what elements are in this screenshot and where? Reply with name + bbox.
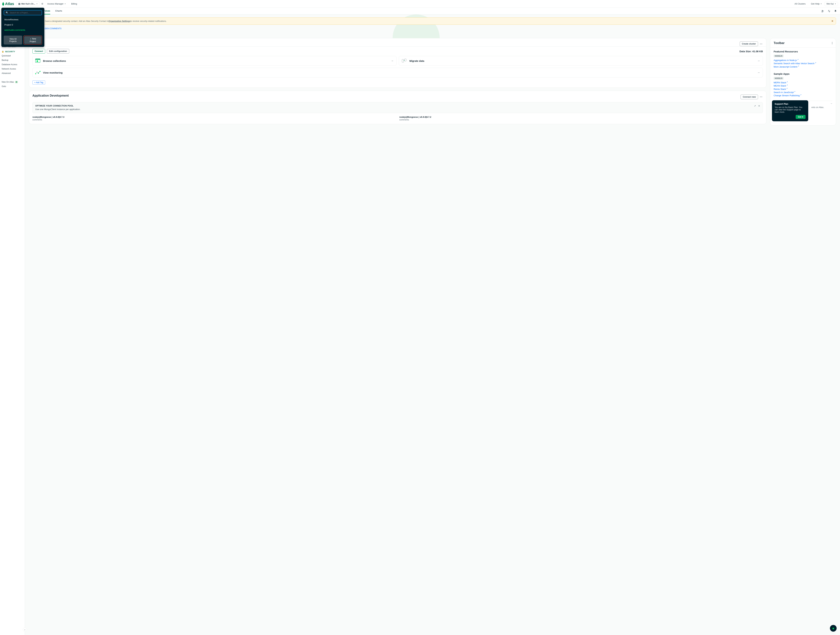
close-icon[interactable]: ✕	[758, 105, 760, 111]
project-item-moviereviews[interactable]: MovieReviews	[4, 17, 42, 22]
external-link-icon[interactable]: ↗	[754, 105, 756, 111]
link-mean[interactable]: MEAN Stack↗	[774, 84, 832, 87]
new-count-badge: 8	[15, 81, 18, 83]
migrate-data-tile[interactable]: Migrate data →	[399, 56, 763, 66]
link-aggregations[interactable]: Aggregations in Node.js↗	[774, 58, 832, 62]
sidebar: O C A S T Migration Data Federation 🔒 SE…	[0, 14, 25, 635]
user-menu[interactable]: Wei Kai ▼	[824, 2, 838, 6]
chat-fab[interactable]: ▣	[830, 625, 837, 632]
support-plan-popover: Support Plan You are on the Basic Plan. …	[772, 100, 808, 121]
link-change-stream[interactable]: Change Stream Publishing↗	[774, 94, 832, 97]
org-selector[interactable]: ▥ Wei Kai's Or... ▼	[16, 2, 39, 6]
topbar: Atlas ▥ Wei Kai's Or... ▼ ⚙ Access Manag…	[0, 0, 840, 8]
sidebar-item-backup[interactable]: Backup	[0, 58, 25, 62]
link-semantic-search[interactable]: Semantic Search with Atlas Vector Search…	[774, 62, 832, 65]
lock-icon: 🔒	[2, 51, 4, 52]
org-settings-link[interactable]: Organization Settings	[109, 20, 130, 22]
conn2-sub: comments	[399, 118, 763, 121]
activity-icon[interactable]	[827, 9, 832, 14]
plus-icon: ＋	[30, 38, 32, 40]
leaf-icon	[2, 2, 5, 6]
svg-point-7	[38, 73, 39, 74]
data-size: Data Size: 41.08 KB	[739, 50, 763, 53]
billing-link[interactable]: Billing	[68, 3, 80, 5]
connect-button[interactable]: Connect	[32, 49, 45, 54]
external-icon: ↗	[794, 91, 795, 93]
project-search[interactable]: 🔍	[4, 10, 42, 15]
sidebar-item-quickstart[interactable]: Quickstart	[0, 54, 25, 58]
featured-resources-label: Featured Resources	[774, 50, 832, 53]
pool-subtitle: Use one MongoClient instance per applica…	[35, 108, 81, 111]
project-dropdown: 🔍 MovieReviews Project 0 weichudev.comme…	[2, 8, 44, 47]
security-contact-alert: ation does not have a designated securit…	[29, 17, 836, 25]
nodejs-tag: NODEJS	[774, 55, 783, 57]
user-name: Wei Kai	[826, 3, 834, 5]
building-icon: ▥	[18, 3, 21, 5]
toolbar-card: Toolbar Featured Resources NODEJS Aggreg…	[770, 38, 836, 125]
edit-configuration-button[interactable]: Edit configuration	[47, 49, 69, 54]
external-icon: ↗	[798, 65, 799, 67]
project-search-input[interactable]	[10, 12, 40, 14]
project-item-weichudev[interactable]: weichudev.comments	[4, 27, 42, 33]
arrow-right-icon: →	[757, 59, 760, 62]
get-help-link[interactable]: Get Help ▼	[808, 3, 824, 5]
svg-point-3	[36, 60, 38, 62]
get-help-label: Get Help	[811, 3, 819, 5]
all-clusters-link[interactable]: All Clusters	[792, 3, 808, 5]
main-content: ation does not have a designated securit…	[25, 14, 840, 635]
link-search-js[interactable]: Search in JavaScript↗	[774, 91, 832, 93]
sample-apps-label: Sample Apps	[774, 73, 832, 75]
arrow-right-icon: →	[757, 71, 760, 74]
browse-collections-tile[interactable]: Browse collections →	[32, 56, 396, 66]
tab-charts[interactable]: Charts	[55, 8, 62, 14]
popover-body: You are on the Basic Plan. You can view …	[775, 106, 805, 113]
nodejs-tag-2: NODEJS	[774, 77, 783, 80]
migrate-icon	[402, 58, 407, 63]
sidebar-item-new-on-atlas[interactable]: New On Atlas 8	[0, 80, 25, 84]
view-all-projects-button[interactable]: View All Projects	[4, 36, 22, 44]
sidebar-item-database-access[interactable]: Database Access	[0, 62, 25, 67]
chevron-down-icon: ▼	[36, 3, 38, 5]
browse-label: Browse collections	[43, 60, 66, 62]
org-settings-gear[interactable]: ⚙	[40, 2, 44, 6]
app-dev-card: Application Development Connect new OPTI…	[29, 91, 766, 124]
sidebar-item-network-access[interactable]: Network Access	[0, 67, 25, 71]
connect-new-button[interactable]: Connect new	[741, 95, 758, 99]
app-dev-more-menu[interactable]	[759, 96, 763, 98]
link-more-js[interactable]: More Javascript Content↗	[774, 65, 832, 68]
toolbar-more-menu[interactable]	[832, 42, 832, 44]
access-manager-link[interactable]: Access Manager ▼	[44, 3, 68, 5]
pool-title: OPTIMIZE YOUR CONNECTION POOL	[35, 105, 81, 107]
cluster-more-menu[interactable]	[759, 43, 763, 45]
view-monitoring-tile[interactable]: View monitoring →	[32, 68, 763, 77]
link-mern[interactable]: MERN Stack↗	[774, 81, 832, 84]
sidebar-section-security: 🔒 SECURITY	[0, 49, 25, 54]
data-size-value: 41.08 KB	[752, 50, 763, 53]
add-tag-button[interactable]: + Add Tag	[32, 81, 45, 84]
chevron-down-icon: ▼	[835, 3, 836, 5]
link-remix[interactable]: Remix Stack↗	[774, 87, 832, 90]
external-icon: ↗	[786, 84, 788, 86]
popover-got-it-button[interactable]: Got it	[796, 115, 805, 119]
sidebar-item-goto[interactable]: Goto	[0, 84, 25, 88]
bell-icon[interactable]	[833, 9, 838, 14]
invite-user-icon[interactable]	[820, 9, 825, 14]
sidebar-item-advanced[interactable]: Advanced	[0, 71, 25, 76]
alert-close-button[interactable]: ✕	[831, 19, 834, 23]
svg-rect-5	[404, 59, 406, 61]
svg-rect-4	[402, 59, 404, 62]
conn1-title: nodejs|Mongoose | v6.9.0|8.7.3	[32, 116, 396, 118]
new-project-button[interactable]: ＋ New Project	[24, 36, 41, 44]
connection-entry-2[interactable]: nodejs|Mongoose | v6.9.0|8.7.2 comments	[399, 116, 763, 121]
external-icon: ↗	[815, 62, 816, 64]
org-name: Wei Kai's Or...	[21, 3, 35, 5]
external-icon: ↗	[800, 94, 801, 96]
connection-entry-1[interactable]: nodejs|Mongoose | v6.9.0|8.7.3 comments	[32, 116, 396, 121]
chevron-down-icon: ▼	[64, 3, 66, 5]
create-cluster-button[interactable]: Create cluster	[740, 41, 758, 46]
arrow-right-icon: →	[830, 102, 832, 105]
toolbar-title: Toolbar	[774, 41, 785, 45]
chevron-down-icon: ▼	[820, 3, 822, 5]
project-item-project0[interactable]: Project 0	[4, 22, 42, 27]
atlas-logo: Atlas	[2, 2, 14, 6]
